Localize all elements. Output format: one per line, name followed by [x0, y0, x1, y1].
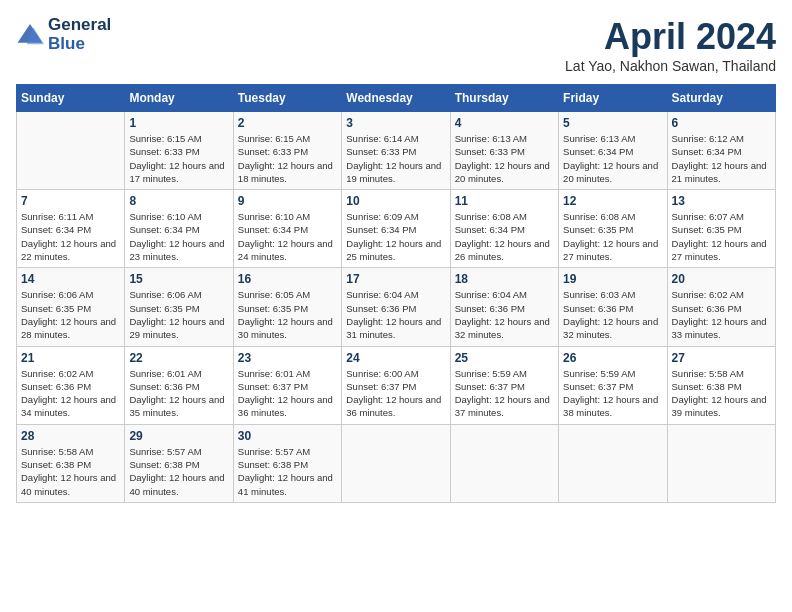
day-info: Sunrise: 6:05 AMSunset: 6:35 PMDaylight:… — [238, 288, 337, 341]
day-number: 25 — [455, 351, 554, 365]
calendar-cell — [559, 424, 667, 502]
week-row-3: 14Sunrise: 6:06 AMSunset: 6:35 PMDayligh… — [17, 268, 776, 346]
day-number: 10 — [346, 194, 445, 208]
day-number: 2 — [238, 116, 337, 130]
day-info: Sunrise: 5:58 AMSunset: 6:38 PMDaylight:… — [672, 367, 771, 420]
calendar-cell: 17Sunrise: 6:04 AMSunset: 6:36 PMDayligh… — [342, 268, 450, 346]
day-number: 9 — [238, 194, 337, 208]
calendar-cell: 5Sunrise: 6:13 AMSunset: 6:34 PMDaylight… — [559, 112, 667, 190]
calendar-cell: 3Sunrise: 6:14 AMSunset: 6:33 PMDaylight… — [342, 112, 450, 190]
day-number: 22 — [129, 351, 228, 365]
day-number: 5 — [563, 116, 662, 130]
day-info: Sunrise: 6:08 AMSunset: 6:35 PMDaylight:… — [563, 210, 662, 263]
day-number: 3 — [346, 116, 445, 130]
calendar-cell: 8Sunrise: 6:10 AMSunset: 6:34 PMDaylight… — [125, 190, 233, 268]
calendar-cell: 30Sunrise: 5:57 AMSunset: 6:38 PMDayligh… — [233, 424, 341, 502]
location: Lat Yao, Nakhon Sawan, Thailand — [565, 58, 776, 74]
calendar-cell: 26Sunrise: 5:59 AMSunset: 6:37 PMDayligh… — [559, 346, 667, 424]
logo: General Blue — [16, 16, 111, 53]
calendar-cell: 27Sunrise: 5:58 AMSunset: 6:38 PMDayligh… — [667, 346, 775, 424]
calendar-cell: 21Sunrise: 6:02 AMSunset: 6:36 PMDayligh… — [17, 346, 125, 424]
day-info: Sunrise: 5:58 AMSunset: 6:38 PMDaylight:… — [21, 445, 120, 498]
calendar-cell: 14Sunrise: 6:06 AMSunset: 6:35 PMDayligh… — [17, 268, 125, 346]
calendar-cell: 25Sunrise: 5:59 AMSunset: 6:37 PMDayligh… — [450, 346, 558, 424]
day-info: Sunrise: 6:15 AMSunset: 6:33 PMDaylight:… — [238, 132, 337, 185]
calendar-cell — [450, 424, 558, 502]
day-number: 15 — [129, 272, 228, 286]
calendar-body: 1Sunrise: 6:15 AMSunset: 6:33 PMDaylight… — [17, 112, 776, 503]
day-number: 24 — [346, 351, 445, 365]
week-row-2: 7Sunrise: 6:11 AMSunset: 6:34 PMDaylight… — [17, 190, 776, 268]
day-info: Sunrise: 5:57 AMSunset: 6:38 PMDaylight:… — [129, 445, 228, 498]
day-number: 19 — [563, 272, 662, 286]
day-number: 16 — [238, 272, 337, 286]
week-row-4: 21Sunrise: 6:02 AMSunset: 6:36 PMDayligh… — [17, 346, 776, 424]
calendar-header-row: SundayMondayTuesdayWednesdayThursdayFrid… — [17, 85, 776, 112]
calendar-cell: 4Sunrise: 6:13 AMSunset: 6:33 PMDaylight… — [450, 112, 558, 190]
calendar-cell: 28Sunrise: 5:58 AMSunset: 6:38 PMDayligh… — [17, 424, 125, 502]
calendar-cell: 15Sunrise: 6:06 AMSunset: 6:35 PMDayligh… — [125, 268, 233, 346]
day-number: 20 — [672, 272, 771, 286]
day-header-tuesday: Tuesday — [233, 85, 341, 112]
week-row-1: 1Sunrise: 6:15 AMSunset: 6:33 PMDaylight… — [17, 112, 776, 190]
calendar-cell: 29Sunrise: 5:57 AMSunset: 6:38 PMDayligh… — [125, 424, 233, 502]
calendar-cell — [342, 424, 450, 502]
day-info: Sunrise: 6:14 AMSunset: 6:33 PMDaylight:… — [346, 132, 445, 185]
calendar-cell: 10Sunrise: 6:09 AMSunset: 6:34 PMDayligh… — [342, 190, 450, 268]
calendar-cell — [667, 424, 775, 502]
day-number: 30 — [238, 429, 337, 443]
day-info: Sunrise: 6:01 AMSunset: 6:36 PMDaylight:… — [129, 367, 228, 420]
day-number: 6 — [672, 116, 771, 130]
calendar-cell: 1Sunrise: 6:15 AMSunset: 6:33 PMDaylight… — [125, 112, 233, 190]
calendar-cell: 19Sunrise: 6:03 AMSunset: 6:36 PMDayligh… — [559, 268, 667, 346]
day-number: 12 — [563, 194, 662, 208]
day-info: Sunrise: 5:59 AMSunset: 6:37 PMDaylight:… — [455, 367, 554, 420]
day-info: Sunrise: 6:13 AMSunset: 6:33 PMDaylight:… — [455, 132, 554, 185]
day-number: 27 — [672, 351, 771, 365]
day-header-friday: Friday — [559, 85, 667, 112]
day-info: Sunrise: 6:02 AMSunset: 6:36 PMDaylight:… — [672, 288, 771, 341]
day-number: 26 — [563, 351, 662, 365]
day-header-sunday: Sunday — [17, 85, 125, 112]
day-number: 7 — [21, 194, 120, 208]
day-info: Sunrise: 6:06 AMSunset: 6:35 PMDaylight:… — [21, 288, 120, 341]
day-number: 11 — [455, 194, 554, 208]
day-number: 18 — [455, 272, 554, 286]
logo-line1: General — [48, 16, 111, 35]
day-info: Sunrise: 6:10 AMSunset: 6:34 PMDaylight:… — [129, 210, 228, 263]
calendar-cell: 22Sunrise: 6:01 AMSunset: 6:36 PMDayligh… — [125, 346, 233, 424]
day-header-thursday: Thursday — [450, 85, 558, 112]
day-number: 13 — [672, 194, 771, 208]
day-info: Sunrise: 6:03 AMSunset: 6:36 PMDaylight:… — [563, 288, 662, 341]
day-info: Sunrise: 6:07 AMSunset: 6:35 PMDaylight:… — [672, 210, 771, 263]
day-number: 8 — [129, 194, 228, 208]
calendar-cell: 20Sunrise: 6:02 AMSunset: 6:36 PMDayligh… — [667, 268, 775, 346]
day-header-saturday: Saturday — [667, 85, 775, 112]
day-number: 1 — [129, 116, 228, 130]
calendar-cell: 23Sunrise: 6:01 AMSunset: 6:37 PMDayligh… — [233, 346, 341, 424]
calendar-cell: 7Sunrise: 6:11 AMSunset: 6:34 PMDaylight… — [17, 190, 125, 268]
day-number: 17 — [346, 272, 445, 286]
calendar-cell: 6Sunrise: 6:12 AMSunset: 6:34 PMDaylight… — [667, 112, 775, 190]
day-number: 29 — [129, 429, 228, 443]
day-header-monday: Monday — [125, 85, 233, 112]
day-info: Sunrise: 5:57 AMSunset: 6:38 PMDaylight:… — [238, 445, 337, 498]
calendar-cell: 16Sunrise: 6:05 AMSunset: 6:35 PMDayligh… — [233, 268, 341, 346]
calendar-cell — [17, 112, 125, 190]
day-info: Sunrise: 6:15 AMSunset: 6:33 PMDaylight:… — [129, 132, 228, 185]
title-area: April 2024 Lat Yao, Nakhon Sawan, Thaila… — [565, 16, 776, 74]
calendar-cell: 11Sunrise: 6:08 AMSunset: 6:34 PMDayligh… — [450, 190, 558, 268]
day-info: Sunrise: 6:04 AMSunset: 6:36 PMDaylight:… — [346, 288, 445, 341]
calendar-cell: 2Sunrise: 6:15 AMSunset: 6:33 PMDaylight… — [233, 112, 341, 190]
calendar-table: SundayMondayTuesdayWednesdayThursdayFrid… — [16, 84, 776, 503]
week-row-5: 28Sunrise: 5:58 AMSunset: 6:38 PMDayligh… — [17, 424, 776, 502]
day-number: 23 — [238, 351, 337, 365]
month-title: April 2024 — [565, 16, 776, 58]
header: General Blue April 2024 Lat Yao, Nakhon … — [16, 16, 776, 74]
calendar-cell: 24Sunrise: 6:00 AMSunset: 6:37 PMDayligh… — [342, 346, 450, 424]
day-info: Sunrise: 6:10 AMSunset: 6:34 PMDaylight:… — [238, 210, 337, 263]
calendar-cell: 9Sunrise: 6:10 AMSunset: 6:34 PMDaylight… — [233, 190, 341, 268]
day-info: Sunrise: 6:02 AMSunset: 6:36 PMDaylight:… — [21, 367, 120, 420]
day-number: 21 — [21, 351, 120, 365]
day-info: Sunrise: 6:12 AMSunset: 6:34 PMDaylight:… — [672, 132, 771, 185]
